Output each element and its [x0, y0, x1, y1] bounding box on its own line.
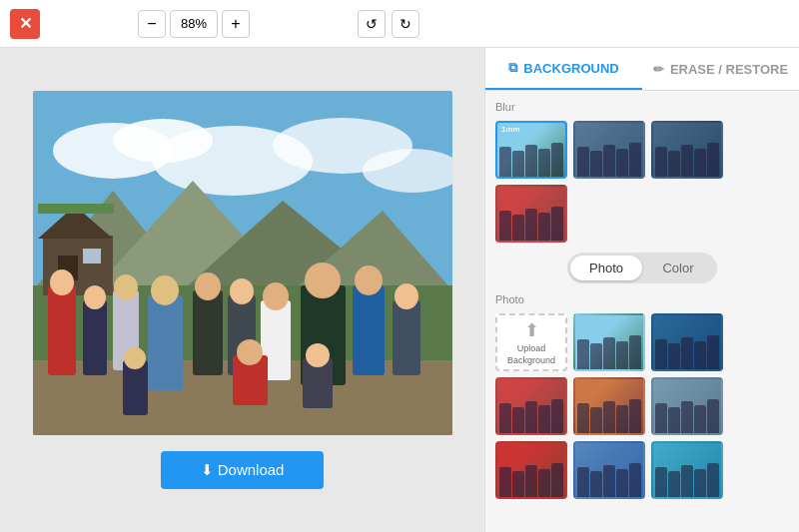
- panel-content: Blur 1mm: [485, 91, 799, 532]
- main-content: ⬇ Download ⧉ BACKGROUND ✏ ERASE / RESTOR…: [0, 48, 799, 532]
- right-panel: ⧉ BACKGROUND ✏ ERASE / RESTORE Blur 1mm: [484, 48, 799, 532]
- svg-point-22: [114, 274, 138, 300]
- photo-thumb-persons-8: [653, 459, 721, 497]
- close-button[interactable]: ✕: [10, 9, 40, 39]
- photo-thumb-1[interactable]: [573, 313, 645, 371]
- tab-erase-label: ERASE / RESTORE: [670, 62, 788, 77]
- layers-icon: ⧉: [508, 60, 517, 76]
- download-button[interactable]: ⬇ Download: [161, 451, 325, 489]
- photo-thumb-persons-6: [497, 459, 565, 497]
- photo-thumb-3[interactable]: [495, 377, 567, 435]
- undo-button[interactable]: ↺: [358, 10, 386, 38]
- svg-rect-33: [353, 285, 385, 375]
- svg-point-34: [355, 266, 383, 295]
- photo-label: Photo: [495, 293, 789, 305]
- thumb-persons-2: [575, 139, 643, 177]
- svg-point-18: [50, 269, 74, 295]
- toggle-photo-button[interactable]: Photo: [570, 256, 642, 280]
- blur-label: Blur: [495, 101, 789, 113]
- photo-thumb-persons-2: [653, 331, 721, 369]
- tab-background-label: BACKGROUND: [523, 61, 618, 76]
- photo-thumb-persons-3: [497, 395, 565, 433]
- main-photo: [33, 91, 452, 435]
- upload-background-button[interactable]: ⬆ Upload Background: [495, 313, 567, 371]
- eraser-icon: ✏: [653, 62, 664, 77]
- svg-point-40: [237, 339, 263, 365]
- history-controls: ↺ ↻: [358, 10, 419, 38]
- photo-thumb-6[interactable]: [495, 441, 567, 499]
- photo-thumb-persons-1: [575, 331, 643, 369]
- photo-thumbs-row1: ⬆ Upload Background: [495, 313, 789, 371]
- svg-point-30: [263, 282, 289, 310]
- image-container: [33, 91, 452, 435]
- thumb-persons-3: [653, 139, 721, 177]
- blur-thumb-4[interactable]: [495, 185, 567, 243]
- photo-thumbs-row2: [495, 377, 789, 435]
- photo-thumb-5[interactable]: [651, 377, 723, 435]
- tab-background[interactable]: ⧉ BACKGROUND: [485, 48, 642, 90]
- zoom-input[interactable]: [170, 10, 218, 38]
- tab-erase[interactable]: ✏ ERASE / RESTORE: [642, 48, 799, 90]
- svg-rect-19: [83, 300, 107, 375]
- thumb-persons-4: [497, 203, 565, 241]
- svg-point-20: [84, 285, 106, 309]
- canvas-area: ⬇ Download: [0, 48, 484, 532]
- blur-thumb-2[interactable]: [573, 121, 645, 179]
- svg-rect-16: [38, 204, 114, 214]
- svg-point-28: [230, 278, 254, 304]
- svg-rect-17: [48, 285, 76, 375]
- svg-rect-35: [393, 300, 420, 375]
- blur-thumbnails: 1mm: [495, 121, 789, 179]
- photo-thumb-persons-5: [653, 395, 721, 433]
- toolbar: ✕ − + ↺ ↻: [0, 0, 799, 48]
- photo-thumb-persons-7: [575, 459, 643, 497]
- blur-thumb-1-label: 1mm: [501, 125, 520, 134]
- zoom-out-button[interactable]: −: [138, 10, 166, 38]
- svg-rect-15: [83, 249, 101, 264]
- blur-thumb-3[interactable]: [651, 121, 723, 179]
- blur-thumb-1[interactable]: 1mm: [495, 121, 567, 179]
- svg-point-24: [151, 275, 179, 305]
- zoom-in-button[interactable]: +: [222, 10, 250, 38]
- photo-thumb-4[interactable]: [573, 377, 645, 435]
- thumb-persons-1: [497, 139, 565, 177]
- photo-thumb-7[interactable]: [573, 441, 645, 499]
- svg-rect-25: [193, 290, 223, 375]
- svg-point-26: [195, 272, 221, 300]
- svg-point-32: [305, 263, 341, 298]
- blur-thumbnails-row2: [495, 185, 789, 243]
- svg-point-42: [306, 343, 330, 367]
- photo-color-toggle: Photo Color: [567, 253, 717, 283]
- photo-thumbs-row3: [495, 441, 789, 499]
- panel-tabs: ⧉ BACKGROUND ✏ ERASE / RESTORE: [485, 48, 799, 91]
- photo-thumb-persons-4: [575, 395, 643, 433]
- svg-rect-23: [148, 295, 183, 390]
- svg-point-38: [124, 347, 146, 369]
- photo-thumb-8[interactable]: [651, 441, 723, 499]
- upload-line2: Background: [507, 355, 555, 365]
- upload-icon: ⬆: [524, 319, 539, 341]
- upload-line1: Upload: [517, 343, 546, 353]
- redo-button[interactable]: ↻: [392, 10, 419, 38]
- photo-thumb-2[interactable]: [651, 313, 723, 371]
- zoom-controls: − +: [138, 10, 250, 38]
- toggle-color-button[interactable]: Color: [642, 256, 714, 280]
- svg-point-36: [395, 283, 418, 309]
